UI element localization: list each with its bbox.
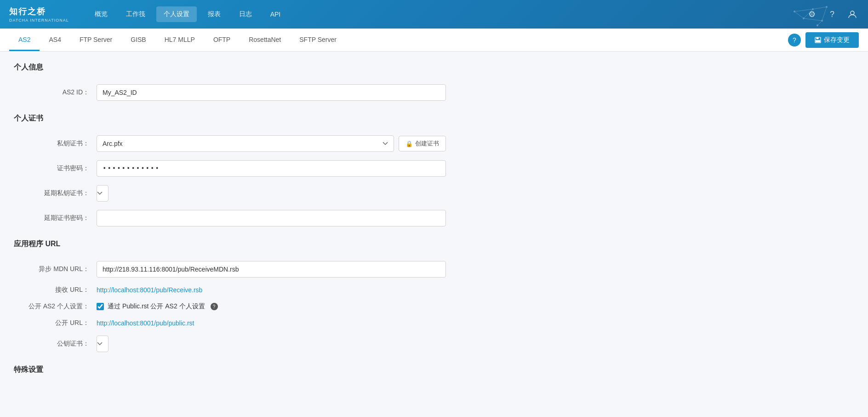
receive-url-link[interactable]: http://localhost:8001/pub/Receive.rsb	[97, 286, 202, 294]
private-cert-select-wrapper: Arc.pfx 🔒 创建证书	[97, 135, 446, 152]
tab-list: AS2 AS4 FTP Server GISB HL7 MLLP OFTP Ro…	[9, 29, 788, 51]
create-cert-button[interactable]: 🔒 创建证书	[399, 136, 446, 151]
public-url-control: http://localhost:8001/pub/public.rst	[97, 319, 446, 327]
nav-item-api[interactable]: API	[263, 7, 288, 22]
tab-as2[interactable]: AS2	[9, 29, 40, 51]
tab-help-button[interactable]: ?	[788, 34, 801, 46]
expired-cert-row: 延期私钥证书：	[14, 185, 854, 202]
public-as2-control: 通过 Public.rst 公开 AS2 个人设置 ?	[97, 302, 446, 311]
private-cert-label: 私钥证书：	[14, 139, 97, 148]
nav-links: 概览 工作筏 个人设置 报表 日志 API	[87, 6, 805, 22]
app-url-title: 应用程序 URL	[14, 239, 854, 253]
personal-info-section: 个人信息 AS2 ID：	[14, 63, 854, 101]
expired-cert-control	[97, 185, 446, 202]
tab-as4[interactable]: AS4	[40, 29, 70, 51]
public-cert-control	[97, 336, 446, 352]
personal-cert-title: 个人证书	[14, 114, 854, 127]
svg-rect-15	[817, 37, 819, 39]
special-settings-title: 特殊设置	[14, 365, 854, 378]
save-changes-button[interactable]: 保存变更	[805, 32, 859, 48]
cert-password-row: 证书密码：	[14, 160, 854, 177]
logo-main: 知行之桥	[9, 6, 69, 17]
cert-password-label: 证书密码：	[14, 164, 97, 173]
svg-line-12	[817, 21, 822, 25]
public-cert-label: 公钥证书：	[14, 340, 97, 348]
svg-point-13	[851, 11, 854, 15]
public-as2-checkbox[interactable]	[97, 303, 104, 310]
nav-item-workbench[interactable]: 工作筏	[119, 6, 153, 22]
top-nav: 知行之桥 DATCHA INTERNATIONAL 概览 工作筏 个人设置 报表…	[0, 0, 868, 29]
tab-actions: ? 保存变更	[788, 32, 859, 48]
public-as2-checkbox-row: 通过 Public.rst 公开 AS2 个人设置 ?	[97, 302, 446, 311]
info-icon[interactable]: ?	[211, 303, 218, 310]
svg-rect-16	[816, 40, 820, 42]
save-icon	[815, 37, 821, 43]
user-icon[interactable]	[846, 8, 859, 21]
public-as2-checkbox-label: 通过 Public.rst 公开 AS2 个人设置	[108, 302, 205, 311]
async-mdn-url-input[interactable]	[97, 261, 446, 278]
tab-hl7-mllp[interactable]: HL7 MLLP	[155, 29, 204, 51]
tab-sftp-server[interactable]: SFTP Server	[290, 29, 346, 51]
private-cert-control: Arc.pfx 🔒 创建证书	[97, 135, 446, 152]
expired-cert-select[interactable]	[97, 185, 108, 202]
public-as2-label: 公开 AS2 个人设置：	[14, 302, 97, 311]
public-cert-row: 公钥证书：	[14, 336, 854, 352]
expired-cert-password-input[interactable]	[97, 210, 446, 226]
async-mdn-url-label: 异步 MDN URL：	[14, 265, 97, 273]
personal-info-title: 个人信息	[14, 63, 854, 76]
tab-rosettanet[interactable]: RosettaNet	[240, 29, 290, 51]
as2-id-label: AS2 ID：	[14, 88, 97, 97]
sub-nav: AS2 AS4 FTP Server GISB HL7 MLLP OFTP Ro…	[0, 29, 868, 52]
cert-password-input[interactable]	[97, 160, 446, 177]
main-content: 个人信息 AS2 ID： 个人证书 私钥证书： Arc.pfx 🔒 创建证书	[0, 52, 868, 417]
help-icon[interactable]: ?	[826, 8, 839, 21]
app-url-section: 应用程序 URL 异步 MDN URL： 接收 URL： http://loca…	[14, 239, 854, 352]
expired-cert-password-label: 延期证书密码：	[14, 214, 97, 222]
public-url-link[interactable]: http://localhost:8001/pub/public.rst	[97, 319, 194, 327]
expired-cert-label: 延期私钥证书：	[14, 189, 97, 197]
nav-item-settings[interactable]: 个人设置	[156, 6, 197, 22]
gear-icon[interactable]: ⚙	[805, 8, 818, 21]
nav-item-reports[interactable]: 报表	[200, 6, 228, 22]
tab-gisb[interactable]: GISB	[121, 29, 155, 51]
public-url-row: 公开 URL： http://localhost:8001/pub/public…	[14, 319, 854, 327]
logo: 知行之桥 DATCHA INTERNATIONAL	[9, 6, 69, 23]
expired-cert-password-control	[97, 210, 446, 226]
lock-icon: 🔒	[405, 140, 413, 147]
personal-cert-section: 个人证书 私钥证书： Arc.pfx 🔒 创建证书 证书密码：	[14, 114, 854, 226]
tab-oftp[interactable]: OFTP	[204, 29, 240, 51]
public-url-label: 公开 URL：	[14, 319, 97, 327]
nav-item-overview[interactable]: 概览	[87, 6, 115, 22]
svg-point-5	[817, 24, 818, 26]
create-cert-label: 创建证书	[415, 139, 439, 148]
special-settings-section: 特殊设置	[14, 365, 854, 378]
as2-id-control	[97, 84, 446, 101]
as2-id-input[interactable]	[97, 84, 446, 101]
nav-item-logs[interactable]: 日志	[232, 6, 259, 22]
receive-url-row: 接收 URL： http://localhost:8001/pub/Receiv…	[14, 286, 854, 294]
public-cert-select[interactable]	[97, 336, 108, 352]
tab-ftp-server[interactable]: FTP Server	[70, 29, 121, 51]
logo-sub: DATCHA INTERNATIONAL	[9, 18, 69, 23]
nav-right: ⚙ ?	[805, 8, 859, 21]
private-cert-select[interactable]: Arc.pfx	[97, 135, 394, 152]
receive-url-control: http://localhost:8001/pub/Receive.rsb	[97, 286, 446, 294]
as2-id-row: AS2 ID：	[14, 84, 854, 101]
public-as2-row: 公开 AS2 个人设置： 通过 Public.rst 公开 AS2 个人设置 ?	[14, 302, 854, 311]
cert-password-control	[97, 160, 446, 177]
expired-cert-password-row: 延期证书密码：	[14, 210, 854, 226]
async-mdn-url-row: 异步 MDN URL：	[14, 261, 854, 278]
receive-url-label: 接收 URL：	[14, 286, 97, 294]
async-mdn-url-control	[97, 261, 446, 278]
private-cert-row: 私钥证书： Arc.pfx 🔒 创建证书	[14, 135, 854, 152]
